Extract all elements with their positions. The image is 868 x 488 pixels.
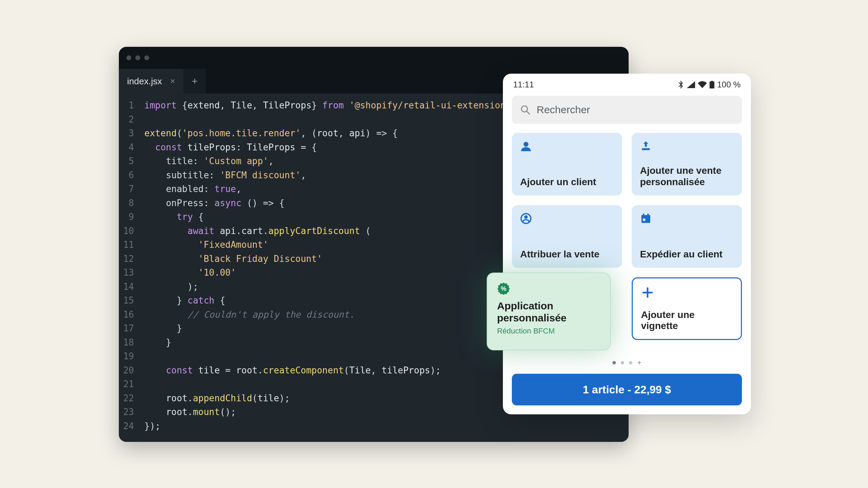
svg-rect-9 — [643, 219, 645, 221]
cart-button[interactable]: 1 article - 22,99 $ — [512, 374, 742, 405]
tile-add-customer[interactable]: Ajouter un client — [512, 133, 622, 195]
tile-label: Ajouter une vente personnalisée — [640, 165, 734, 188]
person-icon — [520, 140, 614, 153]
pager-dot[interactable] — [629, 361, 632, 364]
tile-label: Expédier au client — [640, 248, 734, 260]
line-number-gutter: 123456789101112131415161718192021222324 — [119, 98, 138, 442]
discount-badge-glyph: % — [497, 282, 510, 295]
window-minimize-dot[interactable] — [135, 55, 140, 60]
svg-rect-6 — [641, 215, 650, 218]
svg-point-4 — [524, 215, 528, 219]
window-titlebar — [119, 47, 629, 69]
plus-icon — [641, 286, 733, 300]
window-maximize-dot[interactable] — [144, 55, 149, 60]
tile-add-tile[interactable]: Ajouter une vignette — [632, 277, 742, 340]
pos-phone-mock: 11:11 100 % Rechercher Ajouter un client — [503, 74, 751, 414]
svg-rect-7 — [643, 214, 644, 216]
custom-tile-title: Application personnalisée — [497, 300, 600, 324]
custom-app-tile[interactable]: % Application personnalisée Réduction BF… — [487, 273, 611, 350]
svg-rect-8 — [647, 214, 649, 216]
svg-line-1 — [527, 111, 530, 114]
editor-tab-active[interactable]: index.jsx × — [119, 69, 183, 94]
tile-attribute-sale[interactable]: Attribuer la vente — [512, 205, 622, 268]
cart-button-label: 1 article - 22,99 $ — [583, 383, 671, 396]
new-tab-button[interactable]: + — [183, 69, 206, 94]
close-icon[interactable]: × — [170, 76, 175, 86]
pager-dot[interactable] — [612, 361, 616, 364]
status-bar: 11:11 100 % — [512, 78, 742, 91]
tile-add-custom-sale[interactable]: Ajouter une vente personnalisée — [632, 133, 742, 195]
pager-add-icon[interactable]: + — [637, 359, 641, 366]
status-time: 11:11 — [513, 80, 534, 89]
bluetooth-icon — [678, 81, 684, 89]
tile-label: Ajouter une vignette — [641, 309, 733, 331]
tile-label: Attribuer la vente — [520, 248, 614, 260]
page-indicator: + — [512, 357, 742, 369]
user-circle-icon — [520, 213, 614, 226]
svg-point-2 — [524, 142, 528, 147]
battery-percent: 100 % — [717, 80, 741, 89]
search-placeholder: Rechercher — [537, 104, 590, 116]
window-close-dot[interactable] — [126, 55, 131, 60]
cellular-icon — [687, 81, 695, 88]
calendar-icon — [640, 213, 734, 226]
pager-dot[interactable] — [621, 361, 624, 364]
search-input[interactable]: Rechercher — [512, 96, 742, 124]
custom-tile-subtitle: Réduction BFCM — [497, 327, 600, 336]
editor-tab-label: index.jsx — [127, 76, 162, 87]
battery-icon — [710, 81, 714, 88]
search-icon — [520, 105, 530, 115]
tile-label: Ajouter un client — [520, 176, 614, 188]
upload-icon — [640, 140, 734, 153]
tile-ship-to-customer[interactable]: Expédier au client — [632, 205, 742, 268]
wifi-icon — [698, 81, 707, 88]
status-icons: 100 % — [678, 80, 741, 89]
